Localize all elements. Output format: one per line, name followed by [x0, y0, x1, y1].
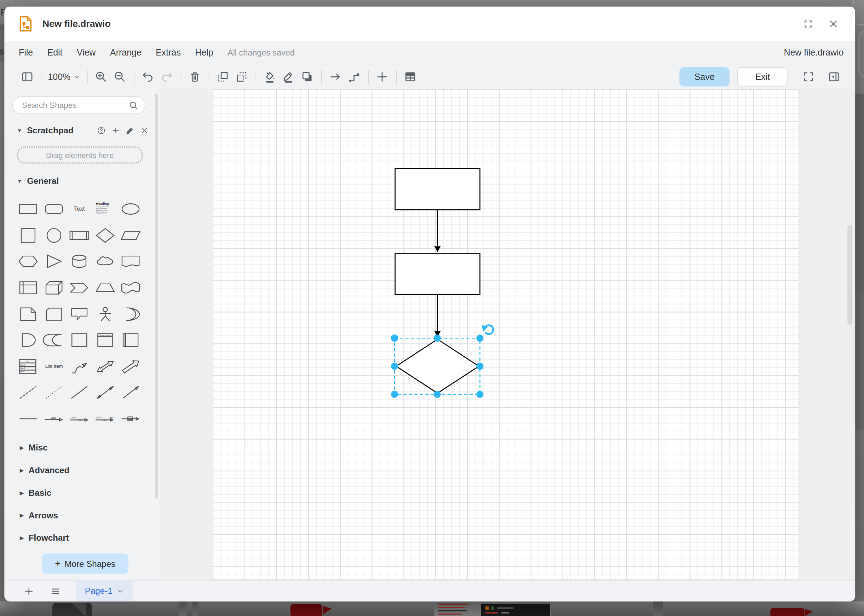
shape-dashed-line[interactable] — [17, 384, 39, 401]
sidebar-section-basic[interactable]: ▶Basic — [4, 481, 160, 504]
scratchpad-close-icon[interactable] — [140, 126, 149, 135]
sidebar-section-flowchart[interactable]: ▶Flowchart — [4, 526, 160, 549]
scratchpad-dropzone[interactable]: Drag elements here — [17, 146, 143, 163]
shape-process[interactable] — [68, 227, 90, 244]
shape-list[interactable]: ListItem 1Item 2Item 3 — [17, 358, 39, 375]
insert-icon[interactable] — [373, 68, 392, 86]
shape-line[interactable] — [68, 384, 90, 401]
shape-arrow-label[interactable]: Label — [43, 410, 65, 427]
shape-list-item[interactable]: List Item — [43, 358, 65, 375]
shape-directional-connector[interactable] — [120, 384, 142, 401]
line-color-icon[interactable] — [279, 68, 298, 86]
menu-item-edit[interactable]: Edit — [47, 48, 63, 58]
menu-item-file[interactable]: File — [19, 48, 33, 58]
save-button[interactable]: Save — [679, 67, 730, 86]
shape-textbox[interactable]: HeadingLorem ipsum dolor sitamet, consec… — [94, 201, 116, 217]
scratchpad-add-icon[interactable] — [112, 126, 120, 135]
sidebar-section-advanced[interactable]: ▶Advanced — [4, 459, 160, 481]
to-back-icon[interactable] — [233, 68, 251, 86]
shape-square[interactable] — [17, 227, 39, 244]
menu-item-extras[interactable]: Extras — [156, 48, 181, 58]
page-tab[interactable]: Page-1 — [76, 580, 133, 601]
menu-item-arrange[interactable]: Arrange — [110, 48, 142, 58]
selection-handle[interactable] — [391, 335, 398, 342]
shape-circle[interactable] — [43, 227, 65, 244]
zoom-level-dropdown[interactable]: 100% — [46, 72, 82, 82]
flowchart-rectangle-node[interactable] — [395, 169, 480, 210]
shape-step[interactable] — [68, 279, 90, 296]
shape-horizontal-container[interactable]: Horizontal Container — [120, 332, 142, 349]
shape-or[interactable] — [120, 305, 142, 322]
add-page-button[interactable] — [22, 584, 35, 597]
shape-bidirectional-arrow[interactable] — [94, 358, 116, 375]
more-shapes-button[interactable]: + More Shapes — [42, 553, 128, 574]
canvas-vertical-scrollbar[interactable] — [847, 225, 852, 325]
shape-rounded-rectangle[interactable] — [43, 201, 65, 217]
menu-item-help[interactable]: Help — [195, 48, 213, 58]
scratchpad-edit-icon[interactable] — [126, 126, 134, 135]
shape-callout[interactable] — [68, 305, 90, 322]
shape-arrow-source-target[interactable]: SourceLabelTarget — [94, 410, 116, 427]
shape-link[interactable] — [17, 410, 39, 427]
shape-card[interactable] — [43, 305, 65, 322]
shape-and[interactable] — [17, 332, 39, 349]
selection-handle[interactable] — [391, 363, 398, 370]
shape-text[interactable]: Text — [68, 201, 90, 217]
zoom-in-icon[interactable] — [92, 68, 111, 86]
drawing-page[interactable] — [212, 89, 799, 580]
shape-internal-storage[interactable] — [17, 279, 39, 296]
shadow-icon[interactable] — [298, 68, 317, 86]
shape-tape[interactable] — [120, 279, 142, 296]
shape-dotted-line[interactable] — [43, 384, 65, 401]
shape-note[interactable] — [17, 305, 39, 322]
undo-icon[interactable] — [139, 68, 157, 86]
selection-handle[interactable] — [476, 335, 483, 342]
sidebar-section-arrows[interactable]: ▶Arrows — [4, 504, 160, 526]
shape-document[interactable] — [120, 253, 142, 270]
diagram-canvas[interactable] — [160, 89, 855, 580]
selection-handle[interactable] — [476, 363, 483, 370]
flowchart-rectangle-node[interactable] — [395, 253, 480, 295]
fullscreen-toolbar-icon[interactable] — [799, 68, 818, 86]
to-front-icon[interactable] — [214, 68, 233, 86]
shape-curve[interactable] — [68, 358, 90, 375]
waypoints-icon[interactable] — [345, 68, 364, 86]
toggle-format-panel-icon[interactable] — [18, 68, 36, 86]
selection-handle[interactable] — [391, 391, 398, 398]
pages-menu-icon[interactable] — [49, 584, 61, 597]
flowchart-diamond-node[interactable] — [396, 339, 479, 393]
selection-handle[interactable] — [434, 391, 441, 398]
fullscreen-icon[interactable] — [801, 17, 815, 31]
shape-arrow-source[interactable]: SourceLabel — [68, 410, 90, 427]
shape-arrow[interactable] — [120, 358, 142, 375]
shape-parallelogram[interactable] — [120, 227, 142, 244]
zoom-out-icon[interactable] — [111, 68, 129, 86]
shape-trapezoid[interactable] — [94, 279, 116, 296]
selection-handle[interactable] — [476, 391, 483, 398]
connection-icon[interactable] — [326, 68, 345, 86]
scratchpad-help-icon[interactable] — [97, 126, 106, 135]
close-icon[interactable] — [826, 17, 840, 31]
shape-container[interactable] — [68, 332, 90, 349]
shape-arrow-box[interactable] — [120, 410, 142, 427]
collapse-panel-icon[interactable] — [825, 68, 843, 86]
shape-cloud[interactable] — [94, 253, 116, 270]
shape-rectangle[interactable] — [17, 201, 39, 217]
sidebar-scrollbar[interactable] — [155, 94, 158, 498]
shape-cube[interactable] — [43, 279, 65, 296]
selection-handle[interactable] — [434, 335, 441, 342]
shape-vertical-container[interactable]: Vertical Container — [94, 332, 116, 349]
table-icon[interactable] — [401, 68, 420, 86]
shape-diamond[interactable] — [94, 227, 116, 244]
shape-bidirectional-connector[interactable] — [94, 384, 116, 401]
redo-icon[interactable] — [157, 68, 176, 86]
shape-ellipse[interactable] — [120, 201, 142, 217]
shape-cylinder[interactable] — [68, 253, 90, 270]
delete-icon[interactable] — [186, 68, 205, 86]
scratchpad-header[interactable]: ▼ Scratchpad — [17, 126, 149, 135]
shape-hexagon[interactable] — [17, 253, 39, 270]
menu-item-view[interactable]: View — [77, 48, 96, 58]
fill-color-icon[interactable] — [261, 68, 280, 86]
shape-triangle[interactable] — [43, 253, 65, 270]
shape-data-storage[interactable] — [43, 332, 65, 349]
